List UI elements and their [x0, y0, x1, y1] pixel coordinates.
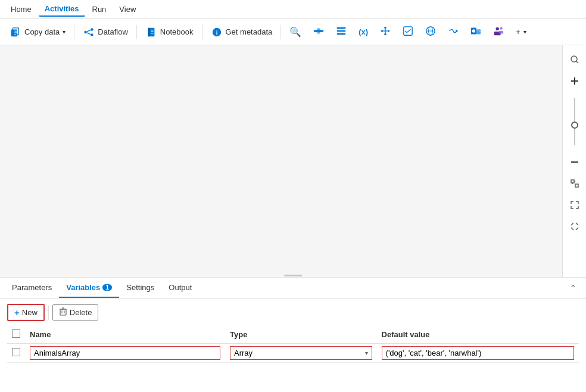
toolbar-sep-1: [74, 25, 74, 39]
canvas-area: [0, 45, 586, 278]
zoom-out-button[interactable]: [565, 153, 584, 172]
divider-handle[interactable]: [281, 273, 305, 277]
header-checkbox[interactable]: [12, 329, 20, 338]
pipeline-button[interactable]: [308, 23, 329, 41]
header-name: Name: [25, 326, 225, 344]
tab-variables-label: Variables: [66, 283, 100, 292]
expression-button[interactable]: (x): [354, 25, 373, 39]
expand-button[interactable]: [565, 195, 584, 214]
new-button[interactable]: + New: [7, 304, 45, 321]
toolbar-sep-2: [136, 25, 137, 39]
svg-text:i: i: [216, 29, 217, 35]
svg-rect-32: [476, 29, 481, 34]
svg-rect-25: [404, 27, 412, 35]
action-btn-sep: [48, 306, 49, 320]
notebook-label: Notebook: [160, 27, 194, 36]
zoom-in-button[interactable]: [565, 71, 584, 91]
table-row: Array String Integer Float Boolean Objec…: [7, 344, 579, 363]
variables-table: Name Type Default value: [7, 326, 579, 363]
right-sidebar: [562, 45, 586, 277]
menu-view[interactable]: View: [113, 2, 142, 16]
menu-bar: Home Activities Run View: [0, 0, 586, 19]
flow-button[interactable]: [443, 23, 463, 41]
zoom-thumb[interactable]: [571, 122, 578, 129]
connector-button[interactable]: [375, 23, 395, 41]
svg-point-20: [388, 30, 390, 32]
zoom-slider[interactable]: [574, 98, 575, 145]
type-select-wrapper: Array String Integer Float Boolean Objec…: [230, 346, 372, 360]
header-default-value: Default value: [377, 326, 579, 344]
toolbar: Copy data ▾ Dataflow N: [0, 19, 586, 45]
svg-rect-43: [575, 184, 578, 187]
svg-rect-36: [499, 31, 503, 34]
canvas-search-button[interactable]: [565, 50, 584, 69]
svg-point-19: [381, 30, 384, 32]
delete-button-label: Delete: [70, 308, 92, 317]
menu-run[interactable]: Run: [86, 2, 113, 16]
row-checkbox-cell: [7, 344, 25, 363]
svg-line-38: [576, 61, 578, 64]
copy-data-button[interactable]: Copy data ▾: [5, 24, 70, 41]
table-header-row: Name Type Default value: [7, 326, 579, 344]
svg-rect-15: [317, 29, 320, 34]
svg-point-3: [91, 28, 93, 31]
collapse-button[interactable]: [565, 217, 584, 236]
tab-variables[interactable]: Variables 1: [59, 278, 119, 298]
tab-variables-badge: 1: [102, 284, 112, 291]
get-metadata-button[interactable]: i Get metadata: [206, 24, 278, 41]
tab-settings[interactable]: Settings: [119, 278, 161, 298]
get-metadata-icon: i: [211, 26, 223, 38]
teams-icon: [493, 26, 504, 38]
teams-button[interactable]: [488, 23, 509, 41]
dataflow-button[interactable]: Dataflow: [78, 24, 133, 41]
delete-icon: [59, 307, 67, 318]
add-more-button[interactable]: + ▾: [511, 25, 531, 39]
menu-home[interactable]: Home: [5, 2, 38, 16]
outlook-button[interactable]: [466, 23, 486, 41]
delete-button[interactable]: Delete: [52, 304, 99, 321]
svg-point-31: [472, 29, 475, 32]
name-input[interactable]: [30, 346, 220, 360]
list-button[interactable]: [331, 23, 351, 41]
row-checkbox[interactable]: [12, 348, 20, 356]
dataflow-icon: [83, 26, 95, 38]
notebook-button[interactable]: Notebook: [141, 24, 198, 41]
zoom-track[interactable]: [574, 98, 575, 145]
svg-point-2: [85, 30, 88, 33]
default-value-cell: [377, 344, 579, 363]
fit-view-button[interactable]: [565, 174, 584, 193]
bottom-panel: Parameters Variables 1 Settings Output ⌃…: [0, 278, 586, 392]
panel-collapse-chevron[interactable]: ⌃: [565, 281, 581, 295]
svg-marker-29: [456, 29, 459, 32]
menu-activities[interactable]: Activities: [39, 2, 85, 17]
svg-point-35: [500, 27, 503, 30]
pipeline-icon: [313, 26, 324, 38]
search-toolbar-icon: 🔍: [289, 26, 301, 38]
svg-rect-42: [571, 180, 574, 183]
tab-bar: Parameters Variables 1 Settings Output ⌃: [0, 278, 586, 299]
new-button-label: New: [22, 308, 38, 317]
header-type: Type: [225, 326, 377, 344]
add-more-icon: +: [516, 27, 520, 36]
svg-point-4: [91, 33, 93, 36]
svg-point-33: [496, 27, 499, 30]
connector-icon: [380, 26, 391, 38]
dataflow-label: Dataflow: [98, 27, 128, 36]
copy-data-dropdown-icon: ▾: [63, 29, 66, 35]
name-cell: [25, 344, 225, 363]
globe-icon: [425, 26, 436, 38]
default-value-input[interactable]: [382, 346, 574, 360]
globe-button[interactable]: [420, 23, 441, 41]
validate-button[interactable]: [398, 23, 418, 41]
header-checkbox-cell: [7, 326, 25, 344]
toolbar-sep-4: [280, 25, 281, 39]
svg-rect-8: [148, 27, 149, 36]
search-toolbar-button[interactable]: 🔍: [285, 24, 306, 40]
tab-output[interactable]: Output: [161, 278, 199, 298]
svg-point-21: [384, 27, 386, 29]
action-bar: + New Delete: [7, 304, 579, 321]
tab-parameters[interactable]: Parameters: [5, 278, 59, 298]
svg-point-22: [384, 33, 386, 36]
copy-data-label: Copy data: [24, 27, 60, 36]
type-select[interactable]: Array String Integer Float Boolean Objec…: [230, 347, 372, 359]
